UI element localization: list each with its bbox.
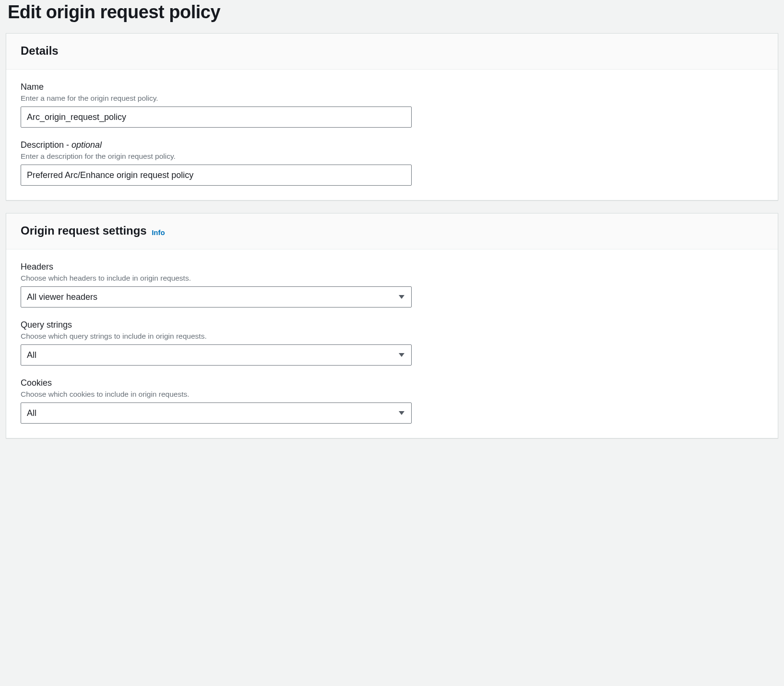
- headers-label: Headers: [21, 262, 763, 272]
- page-title: Edit origin request policy: [6, 0, 778, 33]
- headers-select[interactable]: All viewer headers: [21, 286, 412, 308]
- query-strings-label: Query strings: [21, 320, 763, 330]
- details-panel: Details Name Enter a name for the origin…: [6, 33, 778, 201]
- description-field: Description - optional Enter a descripti…: [21, 140, 763, 186]
- description-hint: Enter a description for the origin reque…: [21, 152, 763, 161]
- query-strings-hint: Choose which query strings to include in…: [21, 332, 763, 341]
- details-panel-header: Details: [6, 34, 778, 70]
- description-label: Description - optional: [21, 140, 763, 150]
- name-hint: Enter a name for the origin request poli…: [21, 94, 763, 103]
- cookies-field: Cookies Choose which cookies to include …: [21, 378, 763, 424]
- name-field: Name Enter a name for the origin request…: [21, 82, 763, 128]
- settings-panel-header: Origin request settings Info: [6, 213, 778, 249]
- query-strings-select-value: All: [27, 350, 36, 360]
- details-panel-body: Name Enter a name for the origin request…: [6, 70, 778, 200]
- cookies-hint: Choose which cookies to include in origi…: [21, 390, 763, 399]
- cookies-select-value: All: [27, 408, 36, 418]
- settings-panel-title: Origin request settings: [21, 224, 147, 237]
- headers-select-value: All viewer headers: [27, 292, 97, 302]
- cookies-select[interactable]: All: [21, 402, 412, 424]
- name-input[interactable]: [21, 106, 412, 128]
- settings-panel: Origin request settings Info Headers Cho…: [6, 213, 778, 438]
- cookies-label: Cookies: [21, 378, 763, 388]
- headers-hint: Choose which headers to include in origi…: [21, 274, 763, 283]
- query-strings-field: Query strings Choose which query strings…: [21, 320, 763, 366]
- description-label-prefix: Description -: [21, 140, 71, 150]
- headers-field: Headers Choose which headers to include …: [21, 262, 763, 308]
- info-link[interactable]: Info: [152, 228, 165, 237]
- settings-panel-body: Headers Choose which headers to include …: [6, 249, 778, 438]
- description-label-optional: optional: [71, 140, 102, 150]
- description-input[interactable]: [21, 165, 412, 186]
- query-strings-select[interactable]: All: [21, 344, 412, 366]
- details-panel-title: Details: [21, 44, 59, 57]
- name-label: Name: [21, 82, 763, 92]
